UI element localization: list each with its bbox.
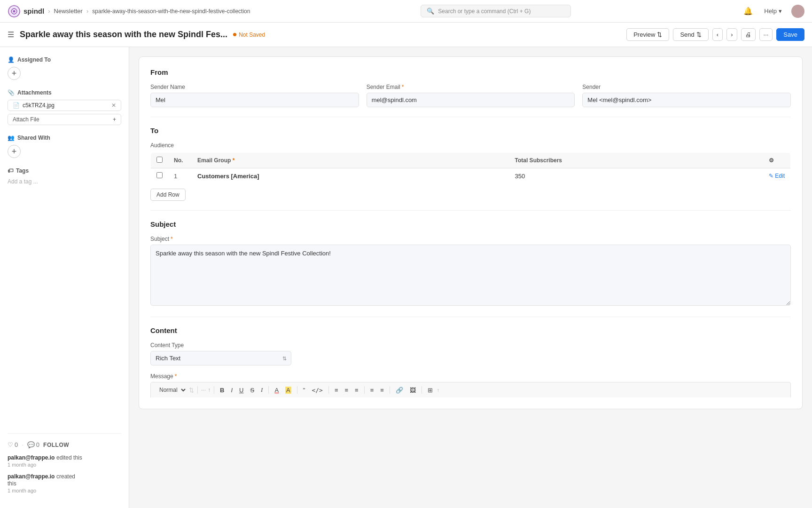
message-label: Message *: [150, 373, 791, 380]
toolbar-sep-icon: ⇅: [189, 387, 194, 394]
print-button[interactable]: 🖨: [741, 28, 756, 41]
row-checkbox[interactable]: [156, 172, 163, 178]
toolbar-ordered-list-button[interactable]: ≡: [342, 386, 351, 395]
edit-row-button[interactable]: ✎ Edit: [769, 173, 785, 179]
likes-count: 0: [15, 441, 18, 448]
table-header-settings: ⚙: [763, 153, 790, 168]
search-box[interactable]: 🔍 Search or type a command (Ctrl + G): [421, 5, 571, 17]
toolbar-upload-icon: ↑: [208, 387, 211, 393]
attach-file-button[interactable]: Attach File +: [8, 114, 121, 125]
to-section: To Audience No. Email Group *: [150, 127, 791, 201]
logo[interactable]: spindl: [8, 5, 44, 18]
row-checkbox-cell: [151, 168, 169, 184]
sender-email-label: Sender Email *: [367, 84, 575, 90]
toolbar-divider-7: [390, 386, 390, 394]
not-saved-badge: Not Saved: [233, 32, 265, 38]
toolbar-style-select[interactable]: Normal: [156, 385, 187, 395]
activity-action-1: edited this: [56, 454, 82, 461]
activity-action-2: created: [56, 473, 75, 480]
notifications-button[interactable]: 🔔: [742, 5, 755, 17]
sender-field: Sender: [582, 84, 791, 107]
settings-icon[interactable]: ⚙: [769, 157, 774, 164]
toolbar-divider-6: [364, 386, 365, 394]
assigned-to-section: 👤 Assigned To +: [8, 56, 121, 80]
required-star-message: *: [175, 373, 177, 380]
not-saved-text: Not Saved: [239, 32, 265, 38]
like-button[interactable]: ♡ 0: [8, 441, 18, 448]
top-navigation: spindl › Newsletter › sparkle-away-this-…: [0, 0, 812, 23]
share-icon: 👥: [8, 135, 15, 141]
toolbar-blockquote-button[interactable]: ": [301, 386, 308, 395]
toolbar-italic-button[interactable]: I: [228, 386, 235, 395]
toolbar-underline-button[interactable]: U: [237, 386, 246, 395]
more-icon: ···: [764, 31, 769, 38]
table-row: 1 Customers [America] 350 ✎ Edit: [151, 168, 791, 184]
main-content: From Sender Name Sender Email *: [129, 47, 812, 508]
tags-title: 🏷 Tags: [8, 167, 121, 174]
help-button[interactable]: Help ▾: [760, 6, 786, 16]
editor-toolbar: Normal ⇅ ··· ↑ B I U S I A A: [150, 382, 791, 397]
toolbar-italic2-button[interactable]: I: [258, 385, 265, 395]
toolbar-bold-button[interactable]: B: [218, 386, 226, 395]
toolbar-table-button[interactable]: ⊞: [425, 386, 435, 395]
shared-with-section: 👥 Shared With +: [8, 135, 121, 158]
toolbar-bullet-list-button[interactable]: ≡: [332, 386, 341, 395]
preview-button[interactable]: Preview ⇅: [626, 28, 669, 41]
toolbar-divider-1: [197, 386, 198, 394]
avatar[interactable]: [791, 5, 804, 18]
toolbar-code-button[interactable]: </>: [309, 386, 325, 395]
row-email-group: Customers [America]: [192, 168, 509, 184]
comment-button[interactable]: 💬 0: [27, 441, 39, 448]
subject-input[interactable]: Sparkle away this season with the new Sp…: [150, 245, 791, 306]
subject-section-title: Subject: [150, 220, 791, 228]
toolbar-dots-icon: ···: [201, 387, 206, 393]
follow-button[interactable]: FOLLOW: [43, 442, 69, 448]
select-all-checkbox[interactable]: [156, 157, 163, 163]
toolbar-divider-8: [422, 386, 422, 394]
toolbar-image-button[interactable]: 🖼: [407, 386, 418, 395]
add-row-button[interactable]: Add Row: [150, 189, 186, 201]
edit-icon: ✎: [769, 173, 773, 179]
save-button[interactable]: Save: [776, 28, 804, 41]
nav-back-button[interactable]: ‹: [712, 28, 723, 41]
breadcrumb-newsletter[interactable]: Newsletter: [54, 8, 83, 15]
content-type-select[interactable]: Rich Text HTML Markdown: [150, 351, 291, 365]
sender-email-field: Sender Email *: [367, 84, 575, 107]
activity-item-1: palkan@frappe.io edited this 1 month ago: [8, 454, 121, 468]
from-fields: Sender Name Sender Email * Sender: [150, 84, 791, 107]
reactions-bar: ♡ 0 · 💬 0 FOLLOW: [8, 441, 121, 448]
tags-section: 🏷 Tags Add a tag ...: [8, 167, 121, 185]
toolbar-highlight-button[interactable]: A: [283, 386, 294, 395]
assigned-to-title: 👤 Assigned To: [8, 56, 121, 63]
add-assigned-button[interactable]: +: [8, 67, 21, 80]
required-star: *: [402, 84, 404, 90]
nav-left: spindl › Newsletter › sparkle-away-this-…: [8, 5, 250, 18]
toolbar-strikethrough-button[interactable]: S: [248, 386, 257, 395]
toolbar-indent-decrease-button[interactable]: ≡: [352, 386, 361, 395]
sender-input[interactable]: [582, 93, 791, 107]
edit-label: Edit: [775, 173, 785, 179]
hamburger-menu-button[interactable]: ☰: [8, 30, 14, 39]
toolbar-text-color-button[interactable]: A: [272, 386, 281, 395]
add-shared-button[interactable]: +: [8, 145, 21, 158]
content-type-field: Content Type Rich Text HTML Markdown: [150, 342, 291, 365]
toolbar-align-left-button[interactable]: ≡: [368, 386, 376, 395]
search-placeholder: Search or type a command (Ctrl + G): [438, 8, 531, 15]
to-section-title: To: [150, 127, 791, 135]
more-button[interactable]: ···: [759, 28, 773, 41]
send-button[interactable]: Send ⇅: [673, 28, 708, 41]
sender-name-label: Sender Name: [150, 84, 359, 90]
sender-name-input[interactable]: [150, 93, 359, 107]
divider-1: [150, 117, 791, 117]
row-no: 1: [168, 168, 192, 184]
activity-item-2: palkan@frappe.io created this 1 month ag…: [8, 473, 121, 494]
sender-email-input[interactable]: [367, 93, 575, 107]
attachment-remove-button[interactable]: ✕: [111, 102, 116, 109]
toolbar-link-button[interactable]: 🔗: [393, 386, 406, 395]
file-icon: 📄: [13, 102, 20, 109]
activity-user-1: palkan@frappe.io: [8, 454, 55, 461]
toolbar-indent-increase-button[interactable]: ≡: [378, 386, 386, 395]
paperclip-icon: 📎: [8, 89, 15, 96]
nav-forward-button[interactable]: ›: [726, 28, 737, 41]
comments-count: 0: [36, 441, 39, 448]
